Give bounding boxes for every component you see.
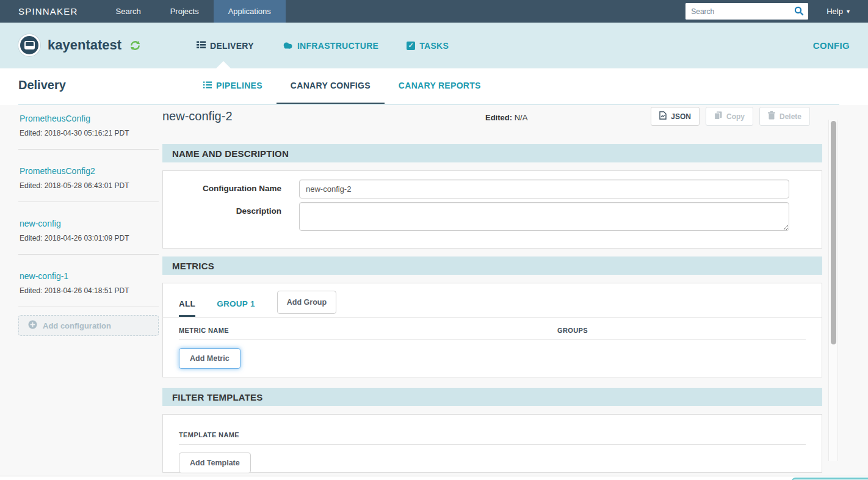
application-identity: kayentatest — [18, 34, 140, 56]
application-name: kayentatest — [48, 37, 121, 53]
document-icon — [659, 111, 667, 122]
topnav-item-projects[interactable]: Projects — [156, 0, 214, 23]
copy-icon — [714, 111, 722, 122]
spacer — [162, 162, 822, 170]
config-edited-timestamp: Edited: 2018-05-28 06:43:01 PDT — [20, 181, 157, 190]
content-area: PrometheusConfig Edited: 2018-04-30 05:1… — [0, 105, 868, 480]
vertical-scrollbar-thumb[interactable] — [831, 121, 836, 344]
config-edited-timestamp: Edited: 2018-04-26 03:01:09 PDT — [20, 234, 157, 242]
topnav-item-search[interactable]: Search — [101, 0, 156, 23]
application-icon — [18, 34, 40, 56]
description-label: Description — [179, 202, 281, 233]
configuration-name-label: Configuration Name — [179, 180, 281, 198]
detail-header: new-config-2 Edited: N/A JSON — [162, 105, 822, 144]
plus-circle-icon — [28, 320, 37, 331]
application-nav: DELIVERY INFRASTRUCTURE ✓ TASKS — [197, 23, 449, 68]
canary-config-detail: new-config-2 Edited: N/A JSON — [162, 105, 822, 473]
cloud-icon — [282, 41, 293, 51]
json-button-label: JSON — [671, 112, 691, 121]
divider — [179, 444, 806, 445]
global-search-input[interactable] — [685, 3, 808, 20]
global-search-box — [685, 3, 808, 20]
config-title: new-config-2 — [162, 109, 233, 123]
list-item[interactable]: PrometheusConfig2 Edited: 2018-05-28 06:… — [18, 150, 159, 202]
edited-label: Edited: — [485, 113, 512, 122]
name-description-card: Configuration Name Description — [162, 170, 822, 249]
topnav-item-applications[interactable]: Applications — [214, 0, 286, 23]
tab-canary-configs-label: CANARY CONFIGS — [291, 81, 371, 90]
column-header-metric-name: METRIC NAME — [179, 327, 557, 334]
add-group-button[interactable]: Add Group — [277, 291, 336, 314]
tab-canary-reports-label: CANARY REPORTS — [399, 81, 481, 90]
search-icon[interactable] — [794, 6, 804, 18]
application-window-glyph — [24, 41, 35, 49]
nav-item-tasks[interactable]: ✓ TASKS — [407, 41, 449, 51]
delete-button[interactable]: Delete — [759, 107, 810, 126]
json-button[interactable]: JSON — [651, 107, 700, 126]
list-icon — [203, 81, 212, 90]
add-metric-button[interactable]: Add Metric — [179, 348, 241, 369]
top-navbar: SPINNAKER Search Projects Applications H… — [0, 0, 868, 23]
metrics-card: ALL GROUP 1 Add Group METRIC NAME GROUPS… — [162, 283, 822, 377]
active-section-pointer — [216, 61, 231, 68]
description-field-wrap — [299, 202, 789, 233]
column-header-template-name: TEMPLATE NAME — [179, 431, 239, 438]
edited-status: Edited: N/A — [485, 113, 527, 122]
nav-item-delivery[interactable]: DELIVERY — [197, 41, 254, 51]
configuration-name-input[interactable] — [299, 180, 789, 198]
list-item[interactable]: new-config-1 Edited: 2018-04-26 04:18:51… — [18, 255, 159, 307]
caret-down-icon: ▾ — [847, 8, 850, 15]
spacer — [162, 377, 822, 388]
spinnaker-app: SPINNAKER Search Projects Applications H… — [0, 0, 868, 480]
trash-icon — [768, 111, 775, 122]
help-menu[interactable]: Help ▾ — [826, 7, 850, 16]
vertical-scrollbar-track[interactable] — [828, 120, 838, 461]
metric-group-tabs: ALL GROUP 1 Add Group — [163, 283, 822, 318]
nav-item-tasks-label: TASKS — [419, 41, 449, 51]
nav-item-delivery-label: DELIVERY — [210, 41, 254, 51]
description-textarea[interactable] — [299, 202, 789, 231]
nav-item-infrastructure[interactable]: INFRASTRUCTURE — [282, 41, 378, 51]
delivery-tabs: PIPELINES CANARY CONFIGS CANARY REPORTS — [189, 68, 495, 105]
section-heading-filter-templates: FILTER TEMPLATES — [162, 388, 822, 406]
refresh-icon[interactable] — [130, 40, 140, 51]
horizontal-scrollbar-thumb[interactable] — [792, 478, 868, 480]
description-row: Description — [179, 202, 822, 233]
metric-tab-group-1[interactable]: GROUP 1 — [217, 292, 255, 317]
config-link-name[interactable]: PrometheusConfig2 — [20, 166, 157, 176]
tab-pipelines[interactable]: PIPELINES — [189, 68, 277, 105]
config-edited-timestamp: Edited: 2018-04-30 05:16:21 PDT — [20, 129, 157, 137]
spacer — [162, 406, 822, 414]
templates-table-header: TEMPLATE NAME — [163, 415, 822, 444]
checked-box-icon: ✓ — [407, 42, 415, 50]
edited-value: N/A — [515, 113, 528, 122]
add-configuration-button[interactable]: Add configuration — [18, 315, 159, 336]
add-configuration-label: Add configuration — [43, 321, 111, 330]
topnav-items: Search Projects Applications — [101, 0, 286, 23]
delivery-bar: Delivery PIPELINES CANARY CONFIGS CANARY… — [0, 68, 868, 105]
nav-item-infrastructure-label: INFRASTRUCTURE — [297, 41, 378, 51]
copy-button-label: Copy — [726, 112, 745, 121]
tab-pipelines-label: PIPELINES — [216, 81, 262, 90]
config-link[interactable]: CONFIG — [813, 23, 850, 68]
application-header: kayentatest DELIVERY — [0, 23, 868, 68]
tab-canary-reports[interactable]: CANARY REPORTS — [385, 68, 495, 105]
tab-canary-configs[interactable]: CANARY CONFIGS — [277, 68, 385, 105]
config-link-name[interactable]: new-config — [20, 219, 157, 228]
detail-actions: JSON Copy Delete — [651, 107, 810, 126]
spacer — [162, 275, 822, 283]
configuration-name-field-wrap — [299, 180, 789, 198]
config-edited-timestamp: Edited: 2018-04-26 04:18:51 PDT — [20, 286, 157, 295]
copy-button[interactable]: Copy — [706, 107, 753, 126]
spinnaker-logo[interactable]: SPINNAKER — [0, 0, 101, 23]
config-link-name[interactable]: PrometheusConfig — [20, 114, 157, 123]
list-item[interactable]: new-config Edited: 2018-04-26 03:01:09 P… — [18, 202, 159, 255]
filter-templates-card: TEMPLATE NAME Add Template — [162, 414, 822, 473]
canary-config-list: PrometheusConfig Edited: 2018-04-30 05:1… — [18, 105, 159, 336]
config-link-name[interactable]: new-config-1 — [20, 271, 157, 281]
add-template-button[interactable]: Add Template — [179, 453, 251, 473]
section-heading-metrics: METRICS — [162, 256, 822, 275]
spacer — [162, 249, 822, 256]
list-item[interactable]: PrometheusConfig Edited: 2018-04-30 05:1… — [18, 105, 159, 150]
metric-tab-all[interactable]: ALL — [179, 292, 195, 317]
